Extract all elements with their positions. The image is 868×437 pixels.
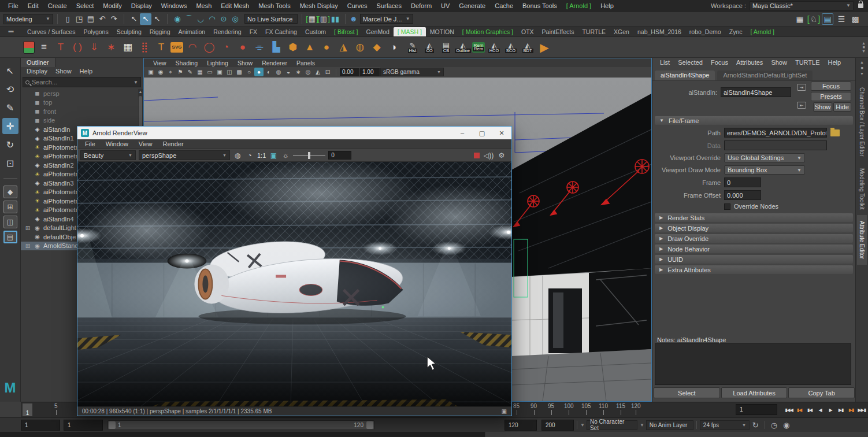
split-pane-layout[interactable]: ◫ [3,216,17,228]
text-type-icon[interactable]: T [154,40,169,55]
workspace-lock-icon[interactable] [858,3,863,8]
scroll-up-icon[interactable]: ▲ [138,89,143,95]
menu-item[interactable]: Deform [406,2,436,9]
command-input[interactable] [0,432,485,437]
shelf-tab[interactable]: Polygons [79,27,112,36]
field-chart-icon[interactable]: ▩ [235,68,244,76]
camera-lock-icon[interactable]: ◉ [156,68,165,76]
outline-shelf-icon[interactable]: ◭ Outline [455,40,470,55]
workspace-dropdown[interactable]: Maya Classic*▼ [750,1,854,10]
collapsed-section-header[interactable]: ▶ Extra Attributes [655,265,853,274]
camera-attrs-icon[interactable]: ⌖ [166,68,175,76]
save-scene-icon[interactable]: ▤ [85,13,97,25]
mash-ring-icon[interactable]: ◯ [202,40,217,55]
dots-grid-icon[interactable]: ⣿ [137,40,152,55]
menu-item[interactable]: Windows [157,2,192,9]
spiral-tool-icon[interactable]: ∗ [103,40,118,55]
collapsed-section-header[interactable]: ▶ Node Behavior [655,245,853,253]
shelf-tab[interactable]: nab_HSM_2016 [633,27,685,36]
outliner-row[interactable]: ◼ side [21,116,138,125]
redo-icon[interactable]: ↷ [108,13,120,25]
ae-menu-item[interactable]: List [656,59,674,66]
go-to-end-button[interactable]: ▶▶▮ [856,404,867,416]
collapsed-section-header[interactable]: ▶ UUID [655,255,853,264]
mash-curve-icon[interactable]: ◠ [185,40,200,55]
single-pane-layout[interactable]: ◆ [3,186,17,198]
range-start-handle[interactable] [109,421,116,429]
ae-menu-item[interactable]: Show [767,59,791,66]
mash-cone-icon[interactable]: ▲ [302,40,317,55]
menu-item[interactable]: Mesh Tools [254,2,295,9]
undo-icon[interactable]: ↶ [97,13,108,25]
menu-item[interactable]: Generate [454,2,490,9]
isolate-select-icon[interactable]: ◭ [313,68,322,76]
shelf-tab[interactable]: Animation [174,27,209,36]
anim-layer-caret[interactable]: ▼ [640,423,644,428]
mash-blob-icon[interactable]: ● [235,40,250,55]
mash-ring-arrow-icon[interactable]: ◔ [218,40,233,55]
play-backwards-button[interactable]: ◀ [815,404,825,416]
new-scene-icon[interactable]: ▯ [62,13,73,25]
co-shelf-icon[interactable]: ◭ CO [422,40,437,55]
outliner-panel-tab[interactable]: Outliner [21,58,55,67]
notification-sound-icon[interactable]: ◁)) [484,151,493,160]
shelf-tab[interactable]: robo_Demo [685,27,725,36]
menu-item[interactable]: Curves [343,2,372,9]
minimize-button[interactable]: – [452,127,472,139]
live-surface-field[interactable]: No Live Surface [244,14,298,24]
settings-gear-icon[interactable]: ⚙ [497,151,506,160]
shelf-tab[interactable]: FX [246,27,261,36]
anim-layer-dropdown[interactable]: No Anim Layer [646,420,693,430]
use-all-lights-icon[interactable]: ◍ [274,68,283,76]
vertical-tab[interactable]: Attribute Editor [857,215,867,265]
ae-node-tab[interactable]: ArnoldStandInDefaultLightSet [717,71,813,80]
hco-shelf-icon[interactable]: ◭ HCO [487,40,502,55]
menu-item[interactable]: Modify [98,2,126,9]
ae-node-tab[interactable]: aiStandIn4Shape [655,71,715,80]
menu-item[interactable]: Help [596,2,618,9]
four-pane-layout[interactable]: ⊞ [3,201,17,213]
notes-textarea[interactable] [655,343,851,385]
presets-button[interactable]: Presets [811,92,851,101]
rgb-channels-icon[interactable]: ◍ [233,151,242,160]
ae-menu-item[interactable]: Focus [707,59,732,66]
mash-cube-icon[interactable]: ⬢ [285,40,301,55]
viewport-draw-mode-dropdown[interactable]: Bounding Box▼ [724,165,805,175]
play-forwards-button[interactable]: ▶ [825,404,836,416]
ae-menu-item[interactable]: Selected [674,59,707,66]
snap-grid-icon[interactable]: ◉ [172,13,183,25]
attribute-editor-toggle-icon[interactable]: ☰ [836,13,847,25]
menu-item[interactable]: Select [72,2,99,9]
expand-icon[interactable]: ⊞ [24,243,31,249]
scale-tool[interactable]: ⊡ [2,155,18,171]
save-image-icon[interactable]: ▣ [502,408,507,414]
menu-item[interactable]: Display [127,2,157,9]
range-slider[interactable]: 1 120 [107,420,374,430]
outliner-menu-item[interactable]: Help [76,68,97,75]
shelf-tab[interactable]: Sculpting [113,27,146,36]
motion-blur-icon[interactable]: ◎ [303,68,313,76]
menu-item[interactable]: Create [43,2,72,9]
ae-footer-button[interactable]: Copy Tab [788,387,855,398]
camera-dropdown[interactable]: perspShape▼ [139,150,230,160]
snapshot-icon[interactable]: ☼ [281,151,290,160]
shelf-tab[interactable]: Rigging [146,27,175,36]
outliner-search-field[interactable]: Search... ▼ [23,77,141,87]
mash-diamond-icon[interactable]: ◆ [369,40,384,55]
shadows-icon[interactable]: ◒ [284,68,293,76]
override-nodes-checkbox[interactable] [724,203,730,210]
ae-footer-button[interactable]: Select [654,387,720,398]
current-frame-field[interactable]: 1 [736,404,777,415]
show-output-connections-icon[interactable]: ⇤ [797,102,806,109]
collapsed-section-header[interactable]: ▶ Draw Override [655,234,853,243]
playback-loop-icon[interactable]: ↻ [750,421,762,429]
drop-tool-icon[interactable]: ⇓ [87,40,102,55]
outliner-persp-layout[interactable]: ▤ [3,231,17,243]
mash-falloff-icon[interactable]: ◑ [386,40,401,55]
color-wheel-icon[interactable]: ◔ [245,151,254,160]
mash-torus-icon[interactable]: ◍ [353,40,368,55]
mash-sphere-icon[interactable]: ● [319,40,334,55]
animation-start-field[interactable]: 1 [21,420,60,431]
shelf-tab[interactable]: XGen [610,27,633,36]
shelf-menu-icon[interactable]: ▬ [9,28,14,34]
